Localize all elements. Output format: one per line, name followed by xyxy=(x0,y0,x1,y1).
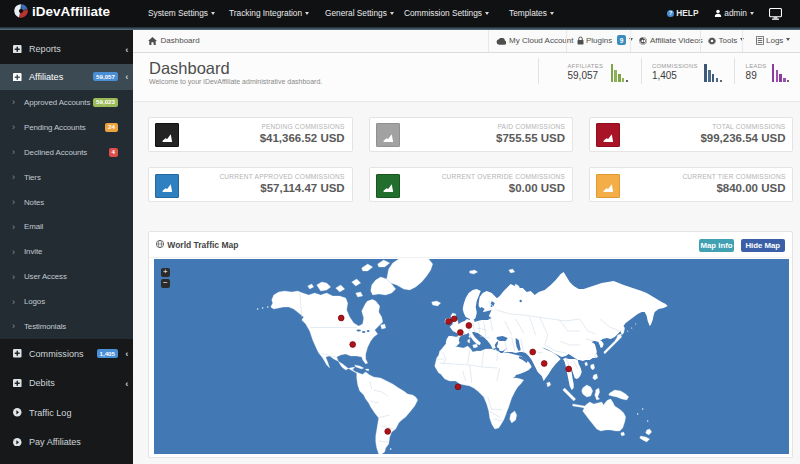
svg-text:?: ? xyxy=(669,10,672,16)
